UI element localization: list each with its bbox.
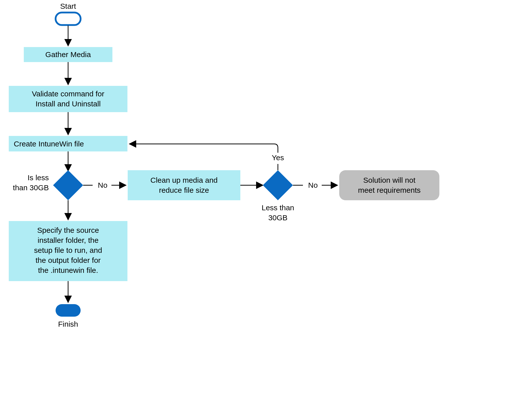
specify-label-4: the output folder for [36, 256, 101, 264]
solution-label-1: Solution will not [363, 176, 416, 184]
solution-label-2: meet requirements [358, 186, 421, 194]
gather-media-label: Gather Media [45, 50, 91, 59]
start-label: Start [60, 2, 76, 10]
gather-media-node: Gather Media [24, 47, 112, 62]
validate-label-1: Validate command for [32, 90, 104, 98]
svg-rect-12 [339, 170, 439, 200]
decision-is-less-than-30gb [53, 170, 83, 200]
svg-marker-4 [53, 170, 83, 200]
specify-label-1: Specify the source [37, 226, 99, 234]
no2-label: No [308, 181, 318, 189]
validate-node: Validate command for Install and Uninsta… [9, 86, 127, 112]
decision2-yes-branch: Yes [130, 144, 284, 170]
svg-marker-8 [263, 170, 293, 200]
create-intunewin-node: Create IntuneWin file [9, 136, 127, 151]
yes-label: Yes [272, 153, 284, 162]
specify-label-2: installer folder, the [38, 236, 98, 244]
less-label-1: Less than [262, 204, 294, 212]
clean-label-2: reduce file size [159, 186, 209, 194]
decision2-no-branch: No [293, 181, 337, 189]
clean-label-1: Clean up media and [150, 176, 218, 184]
solution-node: Solution will not meet requirements [339, 170, 439, 200]
create-label: Create IntuneWin file [14, 140, 84, 148]
isless-label-1: Is less [28, 173, 49, 182]
svg-rect-0 [56, 13, 81, 25]
svg-rect-7 [128, 170, 240, 200]
validate-label-2: Install and Uninstall [36, 100, 101, 108]
decision1-no-branch: No [83, 181, 125, 189]
specify-label-5: the .intunewin file. [38, 266, 98, 274]
specify-label-3: setup file to run, and [34, 246, 102, 254]
decision-less-than-30gb [263, 170, 293, 200]
start-node: Start [56, 2, 81, 25]
clean-up-node: Clean up media and reduce file size [128, 170, 240, 200]
finish-label: Finish [58, 320, 78, 328]
isless-label-2: than 30GB [13, 183, 49, 192]
less-label-2: 30GB [268, 214, 288, 222]
svg-rect-14 [56, 304, 81, 317]
specify-node: Specify the source installer folder, the… [9, 221, 127, 281]
no1-label: No [98, 181, 107, 189]
finish-node: Finish [56, 304, 81, 328]
